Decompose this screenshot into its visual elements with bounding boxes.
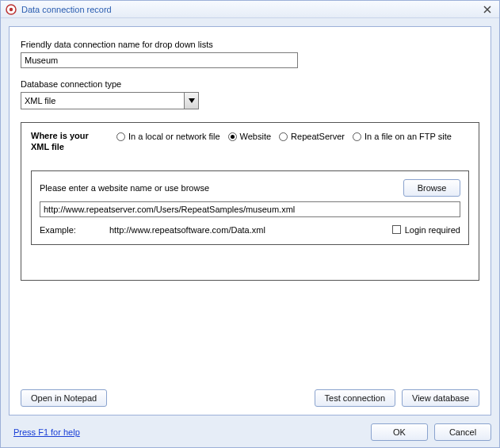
app-icon: [6, 4, 17, 15]
panel-buttons: Open in Notepad Test connection View dat…: [21, 389, 479, 407]
radio-website[interactable]: Website: [228, 132, 272, 141]
website-box: Please enter a website name or use brows…: [31, 170, 469, 245]
example-value: http://www.repeatsoftware.com/Data.xml: [109, 225, 392, 235]
radio-local[interactable]: In a local or network file: [116, 132, 220, 141]
titlebar: Data connection record: [1, 1, 499, 18]
content-area: Friendly data connection name for drop d…: [1, 18, 499, 420]
ok-button[interactable]: OK: [371, 423, 428, 441]
radio-ftp[interactable]: In a file on an FTP site: [353, 132, 452, 141]
open-notepad-button[interactable]: Open in Notepad: [21, 389, 107, 407]
main-panel: Friendly data connection name for drop d…: [9, 26, 491, 415]
login-required-label: Login required: [405, 225, 460, 235]
location-group: Where is your XML file In a local or net…: [21, 122, 479, 281]
radio-repeatserver-label: RepeatServer: [291, 132, 345, 141]
dialog-window: Data connection record Friendly data con…: [0, 0, 500, 448]
browse-button[interactable]: Browse: [403, 179, 460, 197]
close-icon[interactable]: [480, 3, 494, 16]
dbtype-label: Database connection type: [21, 79, 479, 89]
login-required-checkbox[interactable]: Login required: [392, 225, 460, 235]
dbtype-selected: XML file: [25, 96, 55, 105]
window-title: Data connection record: [21, 5, 112, 14]
location-radios: In a local or network file Website Repea…: [116, 131, 452, 141]
location-prompt: Where is your XML file: [31, 131, 107, 153]
friendly-name-label: Friendly data connection name for drop d…: [21, 40, 479, 49]
help-link[interactable]: Press F1 for help: [13, 427, 80, 437]
radio-website-label: Website: [240, 132, 272, 141]
friendly-name-input[interactable]: [21, 52, 298, 68]
dbtype-select[interactable]: XML file: [21, 92, 199, 109]
website-prompt: Please enter a website name or use brows…: [40, 183, 403, 193]
footer: Press F1 for help OK Cancel: [1, 420, 499, 447]
test-connection-button[interactable]: Test connection: [315, 389, 395, 407]
svg-point-1: [10, 7, 13, 10]
radio-local-label: In a local or network file: [128, 132, 220, 141]
cancel-button[interactable]: Cancel: [434, 423, 491, 441]
radio-repeatserver[interactable]: RepeatServer: [279, 132, 345, 141]
website-url-input[interactable]: [40, 201, 460, 217]
chevron-down-icon: [184, 93, 198, 109]
radio-ftp-label: In a file on an FTP site: [365, 132, 452, 141]
checkbox-box: [392, 225, 401, 234]
view-database-button[interactable]: View database: [402, 389, 479, 407]
example-label: Example:: [40, 225, 109, 235]
